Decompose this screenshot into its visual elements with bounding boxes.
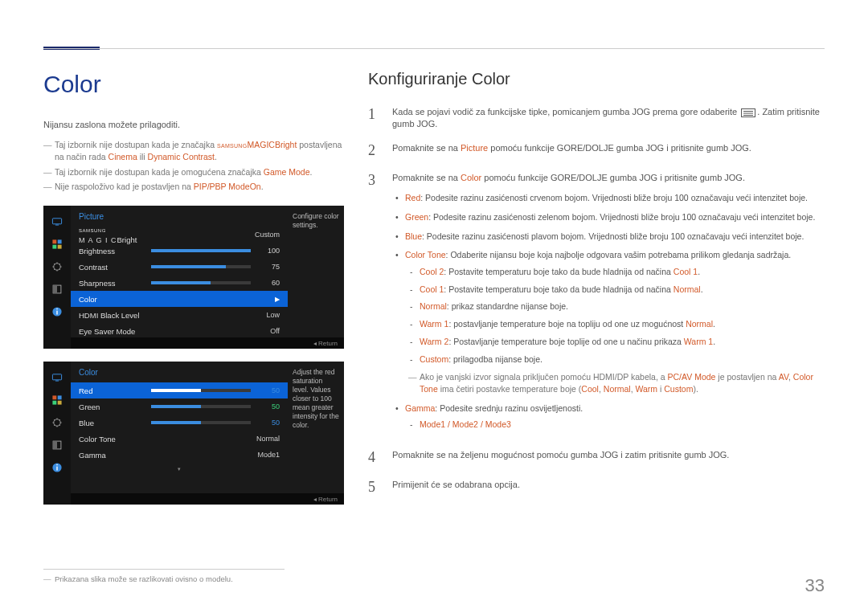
osd-row-value: 50	[257, 386, 280, 396]
step-number: 5	[368, 477, 379, 497]
svg-rect-15	[58, 396, 62, 400]
osd-row-value: 60	[257, 278, 280, 288]
pip-icon	[49, 281, 65, 297]
osd-footer: ◂ Return	[71, 493, 344, 505]
svg-rect-22	[56, 467, 57, 471]
osd-row-value: Mode1	[151, 450, 280, 460]
svg-rect-23	[56, 464, 57, 465]
osd-main: PictureSAMSUNGM A G I CBrightCustomBrigh…	[71, 206, 288, 337]
chevron-down-icon: ▾	[71, 465, 288, 473]
step-body: Pomaknite se na željenu mogućnost pomoću…	[392, 447, 825, 468]
top-divider	[43, 48, 825, 49]
monitor-icon	[49, 214, 65, 230]
svg-rect-10	[56, 311, 57, 315]
note-line: Taj izbornik nije dostupan kada je znača…	[43, 139, 344, 162]
osd-row-label: Gamma	[79, 450, 151, 460]
osd-row-label: Blue	[79, 418, 151, 428]
monitor-icon	[49, 370, 65, 386]
sub-item: Mode1 / Mode2 / Mode3	[405, 419, 825, 431]
osd-row-label: Green	[79, 402, 151, 412]
svg-rect-13	[55, 381, 59, 382]
footnote-divider	[43, 569, 285, 570]
svg-rect-2	[52, 240, 56, 244]
osd-row-value: Custom	[151, 230, 280, 240]
osd-row-value: Normal	[151, 434, 280, 444]
gear-icon	[49, 259, 65, 275]
pip-icon	[49, 437, 65, 453]
osd-row-label: Sharpness	[79, 278, 151, 288]
osd-row-value: Off	[151, 326, 280, 337]
sub-item: Warm 2: Postavljanje temperature boje to…	[405, 336, 825, 348]
sub-item: Warm 1: postavljanje temperature boje na…	[405, 318, 825, 330]
svg-rect-12	[52, 374, 61, 380]
osd-panel: ColorRed50Green50Blue50Color ToneNormalG…	[43, 362, 344, 505]
osd-row-label: Color Tone	[79, 434, 151, 444]
step-body: Primijenit će se odabrana opcija.	[392, 477, 825, 497]
osd-row: Green50	[71, 398, 288, 415]
feature-item: Blue: Podesite razinu zasićenosti plavom…	[392, 231, 825, 243]
step-body: Kada se pojavi vodič za funkcijske tipke…	[392, 104, 825, 131]
intro-text: Nijansu zaslona možete prilagoditi.	[43, 119, 344, 131]
osd-row-label: Color	[79, 294, 151, 304]
osd-row: Blue50	[71, 415, 288, 431]
instruction-step: 2Pomaknite se na Picture pomoću funkcije…	[368, 141, 825, 161]
svg-rect-16	[52, 401, 56, 405]
osd-row: Contrast75	[71, 259, 288, 275]
right-title: Konfiguriranje Color	[368, 67, 825, 90]
sub-item: Cool 1: Postavite temperaturu boje tako …	[405, 284, 825, 296]
osd-row-label: Red	[79, 386, 151, 396]
left-title: Color	[43, 67, 344, 101]
info-icon	[49, 304, 65, 320]
svg-rect-0	[52, 219, 61, 224]
osd-row-value: 75	[257, 262, 280, 272]
instruction-step: 3Pomaknite se na Color pomoću funkcije G…	[368, 170, 825, 438]
note-line: Taj izbornik nije dostupan kada je omogu…	[43, 166, 344, 178]
osd-row-value: Low	[151, 310, 280, 321]
osd-row-label: Contrast	[79, 262, 151, 272]
osd-row-label: Brightness	[79, 246, 151, 256]
osd-row: Color ToneNormal	[71, 431, 288, 447]
osd-description: Adjust the red saturation level. Values …	[288, 362, 344, 436]
osd-row-label: HDMI Black Level	[79, 310, 151, 321]
svg-rect-1	[55, 225, 59, 226]
sub-item: Custom: prilagodba nijanse boje.	[405, 353, 825, 366]
svg-rect-3	[58, 240, 62, 244]
step-body: Pomaknite se na Color pomoću funkcije GO…	[392, 170, 825, 438]
grid-icon	[49, 392, 65, 408]
info-icon	[49, 460, 65, 476]
feature-item: Color Tone: Odaberite nijansu boje koja …	[392, 249, 825, 394]
menu-icon	[741, 108, 755, 117]
svg-rect-14	[52, 396, 56, 400]
svg-rect-17	[58, 401, 62, 405]
osd-row: Sharpness60	[71, 275, 288, 291]
osd-row: SAMSUNGM A G I CBrightCustom	[71, 227, 288, 243]
step-number: 3	[368, 170, 379, 438]
step-body: Pomaknite se na Picture pomoću funkcije …	[392, 141, 825, 161]
sub-item: Normal: prikaz standardne nijanse boje.	[405, 300, 825, 313]
note-line: Nije raspoloživo kad je postavljen na PI…	[43, 181, 344, 193]
grid-icon	[49, 236, 65, 252]
svg-rect-20	[53, 441, 57, 449]
left-column: Color Nijansu zaslona možete prilagoditi…	[43, 67, 344, 507]
instruction-step: 4Pomaknite se na željenu mogućnost pomoć…	[368, 447, 825, 468]
osd-row: Red50	[71, 382, 288, 398]
step-number: 4	[368, 447, 379, 468]
osd-row-value: 50	[257, 402, 280, 412]
svg-rect-11	[56, 309, 57, 309]
osd-row-value: 100	[257, 246, 280, 256]
gear-icon	[49, 415, 65, 431]
feature-item: Red: Podesite razinu zasićenosti crvenom…	[392, 192, 825, 204]
right-column: Konfiguriranje Color 1Kada se pojavi vod…	[368, 67, 825, 507]
instruction-step: 5Primijenit će se odabrana opcija.	[368, 477, 825, 497]
feature-item: Gamma: Podesite srednju razinu osvijetlj…	[392, 403, 825, 431]
osd-main: ColorRed50Green50Blue50Color ToneNormalG…	[71, 362, 288, 493]
osd-row: Brightness100	[71, 243, 288, 259]
osd-sidebar	[43, 206, 71, 349]
osd-sidebar	[43, 362, 71, 505]
feature-list: Red: Podesite razinu zasićenosti crvenom…	[392, 192, 825, 431]
osd-row-label: SAMSUNGM A G I CBright	[79, 224, 151, 246]
footnote: Prikazana slika može se razlikovati ovis…	[43, 574, 233, 584]
osd-row: GammaMode1	[71, 447, 288, 463]
osd-row-value: 50	[257, 418, 280, 428]
svg-rect-8	[53, 285, 57, 293]
